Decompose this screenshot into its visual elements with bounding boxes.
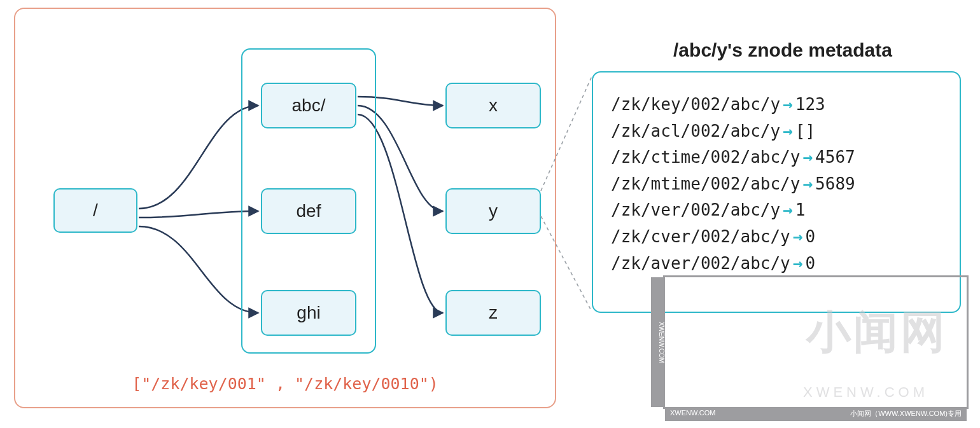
meta-key: /zk/acl/002/abc/y	[611, 121, 780, 141]
arrow-icon: →	[783, 121, 793, 141]
watermark-bottom-bar: XWENW.COM 小闻网（WWW.XWENW.COM)专用	[665, 407, 967, 421]
arrow-icon: →	[793, 227, 803, 246]
meta-value: 123	[795, 95, 825, 114]
watermark-sub-text: XWENW.COM	[803, 384, 928, 401]
meta-value: 5689	[815, 174, 855, 193]
range-caption: ["/zk/key/001" , "/zk/key/0010")	[15, 375, 555, 393]
meta-value: []	[795, 121, 815, 141]
arrow-icon: →	[793, 254, 803, 273]
node-ghi: ghi	[261, 290, 356, 336]
meta-key: /zk/aver/002/abc/y	[611, 254, 790, 273]
root-node: /	[53, 188, 137, 233]
meta-key: /zk/mtime/002/abc/y	[611, 174, 800, 193]
watermark-side-tab: XWENW.COM	[651, 277, 665, 407]
arrow-icon: →	[802, 174, 813, 193]
meta-line: /zk/cver/002/abc/y→0	[611, 224, 942, 251]
arrow-icon: →	[783, 95, 793, 114]
meta-value: 0	[805, 227, 815, 246]
node-def: def	[261, 188, 356, 234]
meta-line: /zk/mtime/002/abc/y→5689	[611, 171, 942, 198]
node-abc: abc/	[261, 83, 356, 128]
watermark-bottom-right: 小闻网（WWW.XWENW.COM)专用	[850, 409, 962, 419]
meta-line: /zk/aver/002/abc/y→0	[611, 251, 942, 277]
node-z: z	[445, 290, 541, 336]
meta-key: /zk/ver/002/abc/y	[611, 200, 780, 219]
arrow-icon: →	[783, 200, 793, 219]
watermark-overlay: XWENW.COM 小闻网 XWENW.COM XWENW.COM 小闻网（WW…	[663, 275, 969, 409]
meta-line: /zk/ctime/002/abc/y→4567	[611, 144, 942, 171]
meta-value: 4567	[815, 148, 855, 167]
meta-key: /zk/key/002/abc/y	[611, 95, 780, 114]
left-container: / abc/ def ghi x y z ["/zk/key/001" , "/…	[14, 8, 556, 408]
meta-key: /zk/ctime/002/abc/y	[611, 148, 800, 167]
metadata-title: /abc/y's znode metadata	[605, 39, 961, 61]
node-x: x	[445, 83, 541, 128]
meta-value: 0	[805, 254, 815, 273]
meta-value: 1	[795, 200, 806, 219]
meta-line: /zk/ver/002/abc/y→1	[611, 197, 942, 224]
arrow-icon: →	[802, 148, 813, 167]
meta-line: /zk/acl/002/abc/y→[]	[611, 118, 942, 145]
meta-line: /zk/key/002/abc/y→123	[611, 92, 942, 118]
node-y: y	[445, 188, 541, 234]
meta-key: /zk/cver/002/abc/y	[611, 227, 790, 246]
watermark-big-text: 小闻网	[806, 303, 948, 362]
watermark-bottom-left: XWENW.COM	[670, 409, 716, 419]
